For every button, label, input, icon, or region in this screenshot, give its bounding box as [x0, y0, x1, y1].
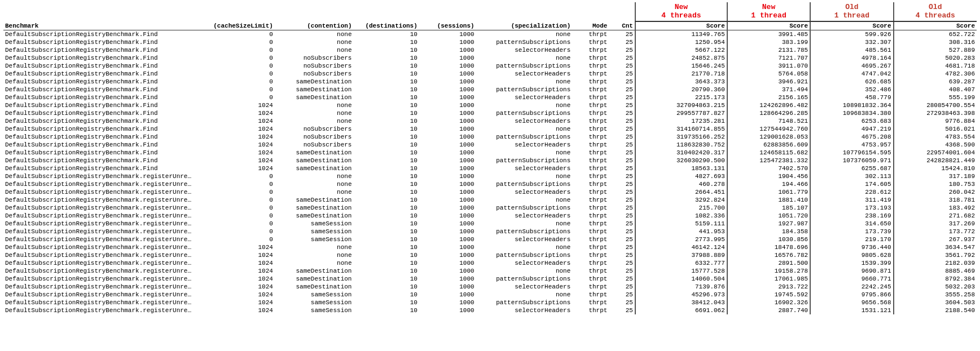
cell-21-0: DefaultSubscriptionRegistryBenchmark.reg… — [3, 196, 196, 204]
cell-25-3: 10 — [353, 228, 419, 236]
cell-18-1: 0 — [196, 172, 275, 180]
cell-33-7: 25 — [609, 291, 635, 299]
cell-13-10: 4675.208 — [810, 133, 893, 141]
main-container: New 4 threads New 1 thread Old 1 thread … — [0, 0, 980, 317]
cell-10-6: thrpt — [572, 109, 609, 117]
cell-30-8: 15777.528 — [635, 267, 727, 275]
cell-7-1: 0 — [196, 86, 275, 94]
cell-8-8: 2215.173 — [635, 94, 727, 101]
cell-27-1: 1024 — [196, 243, 275, 251]
cell-4-0: DefaultSubscriptionRegistryBenchmark.Fin… — [3, 62, 196, 70]
cell-3-8: 24852.875 — [635, 54, 727, 62]
cell-0-5: none — [476, 30, 573, 39]
cell-2-9: 2131.785 — [727, 46, 810, 54]
cell-22-11: 183.492 — [894, 204, 977, 212]
cell-27-11: 3634.547 — [894, 243, 977, 251]
cell-7-7: 25 — [609, 86, 635, 94]
cell-31-8: 14060.504 — [635, 275, 727, 283]
cell-12-11: 5016.021 — [894, 125, 977, 133]
cell-35-4: 1000 — [419, 306, 476, 314]
cell-31-5: patternSubscriptions — [476, 275, 573, 283]
cell-30-6: thrpt — [572, 267, 609, 275]
cell-25-9: 184.358 — [727, 228, 810, 236]
cell-33-8: 45296.973 — [635, 291, 727, 299]
cell-2-2: none — [275, 46, 354, 54]
cell-5-1: 0 — [196, 70, 275, 78]
cell-35-11: 2188.540 — [894, 306, 977, 314]
cell-8-6: thrpt — [572, 94, 609, 101]
cell-22-6: thrpt — [572, 204, 609, 212]
table-row: DefaultSubscriptionRegistryBenchmark.reg… — [3, 196, 977, 204]
cell-13-11: 4783.554 — [894, 133, 977, 141]
cell-17-0: DefaultSubscriptionRegistryBenchmark.Fin… — [3, 165, 196, 172]
cell-30-4: 1000 — [419, 267, 476, 275]
cell-13-8: 319735166.252 — [635, 133, 727, 141]
table-row: DefaultSubscriptionRegistryBenchmark.reg… — [3, 180, 977, 188]
cell-28-11: 3561.792 — [894, 251, 977, 259]
cell-17-11: 15424.810 — [894, 165, 977, 172]
cell-34-10: 9656.568 — [810, 299, 893, 306]
cell-32-6: thrpt — [572, 283, 609, 291]
cell-15-8: 310402420.317 — [635, 149, 727, 157]
cell-22-7: 25 — [609, 204, 635, 212]
cell-5-6: thrpt — [572, 70, 609, 78]
cell-13-5: patternSubscriptions — [476, 133, 573, 141]
cell-5-4: 1000 — [419, 70, 476, 78]
cell-35-0: DefaultSubscriptionRegistryBenchmark.reg… — [3, 306, 196, 314]
cell-1-2: none — [275, 38, 354, 46]
table-row: DefaultSubscriptionRegistryBenchmark.reg… — [3, 220, 977, 228]
cell-3-6: thrpt — [572, 54, 609, 62]
cell-2-0: DefaultSubscriptionRegistryBenchmark.Fin… — [3, 46, 196, 54]
table-row: DefaultSubscriptionRegistryBenchmark.Fin… — [3, 117, 977, 125]
cell-3-11: 5020.283 — [894, 54, 977, 62]
cell-20-11: 260.042 — [894, 188, 977, 196]
cell-11-8: 17235.281 — [635, 117, 727, 125]
cell-24-8: 5159.111 — [635, 220, 727, 228]
cell-29-1: 1024 — [196, 259, 275, 267]
cell-15-2: sameDestination — [275, 149, 354, 157]
cell-4-7: 25 — [609, 62, 635, 70]
cell-9-3: 10 — [353, 101, 419, 109]
cell-33-9: 19745.592 — [727, 291, 810, 299]
cell-28-1: 1024 — [196, 251, 275, 259]
cell-9-2: none — [275, 101, 354, 109]
cell-23-0: DefaultSubscriptionRegistryBenchmark.reg… — [3, 212, 196, 220]
cell-27-3: 10 — [353, 243, 419, 251]
cell-21-5: none — [476, 196, 573, 204]
cell-5-10: 4747.042 — [810, 70, 893, 78]
cell-35-5: selectorHeaders — [476, 306, 573, 314]
cell-6-9: 3946.921 — [727, 78, 810, 86]
cell-16-7: 25 — [609, 157, 635, 165]
cell-10-2: none — [275, 109, 354, 117]
cell-20-0: DefaultSubscriptionRegistryBenchmark.reg… — [3, 188, 196, 196]
cell-4-11: 4681.718 — [894, 62, 977, 70]
cell-13-6: thrpt — [572, 133, 609, 141]
cell-12-10: 4947.219 — [810, 125, 893, 133]
cell-33-1: 1024 — [196, 291, 275, 299]
cell-28-4: 1000 — [419, 251, 476, 259]
cell-4-3: 10 — [353, 62, 419, 70]
cell-8-1: 0 — [196, 94, 275, 101]
cell-28-7: 25 — [609, 251, 635, 259]
cell-32-5: selectorHeaders — [476, 283, 573, 291]
cell-3-5: none — [476, 54, 573, 62]
cell-31-2: sameDestination — [275, 275, 354, 283]
cell-32-9: 2913.722 — [727, 283, 810, 291]
cell-0-9: 3991.485 — [727, 30, 810, 39]
cell-6-10: 626.685 — [810, 78, 893, 86]
cell-10-7: 25 — [609, 109, 635, 117]
cell-1-4: 1000 — [419, 38, 476, 46]
cell-12-9: 127544942.760 — [727, 125, 810, 133]
cell-8-7: 25 — [609, 94, 635, 101]
cell-20-1: 0 — [196, 188, 275, 196]
cell-3-0: DefaultSubscriptionRegistryBenchmark.Fin… — [3, 54, 196, 62]
cell-27-7: 25 — [609, 243, 635, 251]
col-dest-header: (destinations) — [353, 21, 419, 30]
cell-5-7: 25 — [609, 70, 635, 78]
cell-14-6: thrpt — [572, 141, 609, 149]
cell-33-2: sameSession — [275, 291, 354, 299]
cell-1-5: patternSubscriptions — [476, 38, 573, 46]
cell-26-1: 0 — [196, 236, 275, 243]
cell-11-10: 6253.683 — [810, 117, 893, 125]
table-row: DefaultSubscriptionRegistryBenchmark.Fin… — [3, 133, 977, 141]
